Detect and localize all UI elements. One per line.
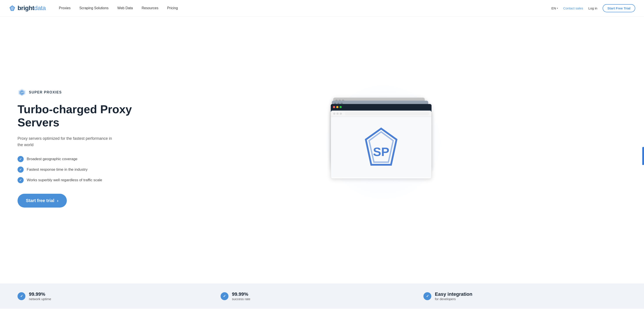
logo-icon (9, 5, 16, 12)
cta-start-trial-button[interactable]: Start free trial › (18, 194, 67, 208)
stat-check-1 (18, 292, 26, 300)
stat-success: 99.99% success rate (220, 291, 424, 301)
start-free-trial-button[interactable]: Start Free Trial (602, 4, 635, 12)
header: brightdata Proxies Scraping Solutions We… (0, 0, 644, 17)
stat-text-1: 99.99% network uptime (29, 291, 51, 301)
hero-left: SP SUPER PROXIES Turbo-charged Proxy Ser… (18, 88, 140, 207)
stat-check-2 (220, 292, 228, 300)
nav-web-data[interactable]: Web Data (118, 6, 133, 10)
stat-label-1: network uptime (29, 297, 51, 301)
stat-value-1: 99.99% (29, 291, 51, 297)
titlebar-front (331, 111, 431, 117)
hero-title: Turbo-charged Proxy Servers (18, 103, 140, 129)
check-icon-2 (18, 167, 24, 173)
hero-right: SP (140, 95, 626, 201)
check-icon-3 (18, 177, 24, 183)
accessibility-tab[interactable]: Accessibility (642, 147, 644, 165)
stat-text-2: 99.99% success rate (232, 291, 250, 301)
feature-label-3: Works superbly well regardless of traffi… (27, 178, 102, 182)
login-link[interactable]: Log in (588, 6, 597, 10)
language-selector[interactable]: EN ▾ (551, 6, 558, 10)
chevron-down-icon: ▾ (557, 7, 558, 10)
feature-label-1: Broadest geographic coverage (27, 157, 78, 161)
stat-label-3: for developers (435, 297, 472, 301)
browser-content: SP (331, 117, 431, 178)
sp-diamond-logo: SP (359, 125, 403, 169)
feature-label-2: Fastest response time in the industry (27, 168, 88, 172)
logo-data-text: data (34, 5, 46, 12)
header-right: EN ▾ Contact sales Log in Start Free Tri… (551, 4, 635, 12)
dot-yellow (336, 106, 338, 108)
hero-subtitle: Proxy servers optimized for the fastest … (18, 135, 118, 148)
nav-scraping-solutions[interactable]: Scraping Solutions (79, 6, 108, 10)
feature-item-3: Works superbly well regardless of traffi… (18, 177, 140, 183)
feature-item-2: Fastest response time in the industry (18, 167, 140, 173)
nav-pricing[interactable]: Pricing (167, 6, 178, 10)
cta-label: Start free trial (26, 198, 54, 203)
stat-value-3: Easy integration (435, 291, 472, 297)
stat-label-2: success rate (232, 297, 250, 301)
svg-text:SP: SP (20, 91, 24, 94)
arrow-right-icon: › (57, 198, 58, 203)
dot-8 (336, 113, 339, 115)
nav-resources[interactable]: Resources (142, 6, 158, 10)
stat-text-3: Easy integration for developers (435, 291, 472, 301)
feature-item-1: Broadest geographic coverage (18, 156, 140, 162)
stats-bar: 99.99% network uptime 99.99% success rat… (0, 283, 644, 309)
nav-proxies[interactable]: Proxies (59, 6, 70, 10)
dot-9 (340, 113, 342, 115)
dot-green (340, 106, 342, 108)
badge-label: SUPER PROXIES (29, 90, 62, 94)
logo-bright-text: bright (18, 5, 34, 12)
browser-window-front: SP (331, 111, 432, 179)
dot-red (333, 106, 335, 108)
stat-check-3 (424, 292, 431, 300)
lang-label: EN (551, 6, 556, 10)
logo[interactable]: brightdata (9, 5, 46, 12)
hero-section: SP SUPER PROXIES Turbo-charged Proxy Ser… (0, 17, 644, 283)
super-proxies-badge: SP SUPER PROXIES (18, 88, 140, 97)
check-icon-1 (18, 156, 24, 162)
browser-stack-illustration: SP (331, 104, 436, 192)
svg-text:SP: SP (373, 144, 390, 159)
contact-sales-link[interactable]: Contact sales (563, 6, 583, 10)
url-bar (345, 112, 429, 115)
main-nav: Proxies Scraping Solutions Web Data Reso… (59, 6, 552, 10)
stat-uptime: 99.99% network uptime (18, 291, 220, 301)
stat-value-2: 99.99% (232, 291, 250, 297)
dot-7 (333, 113, 335, 115)
stat-integration: Easy integration for developers (424, 291, 626, 301)
super-proxies-icon: SP (18, 88, 26, 97)
features-list: Broadest geographic coverage Fastest res… (18, 156, 140, 183)
titlebar-bg-1 (331, 104, 432, 110)
